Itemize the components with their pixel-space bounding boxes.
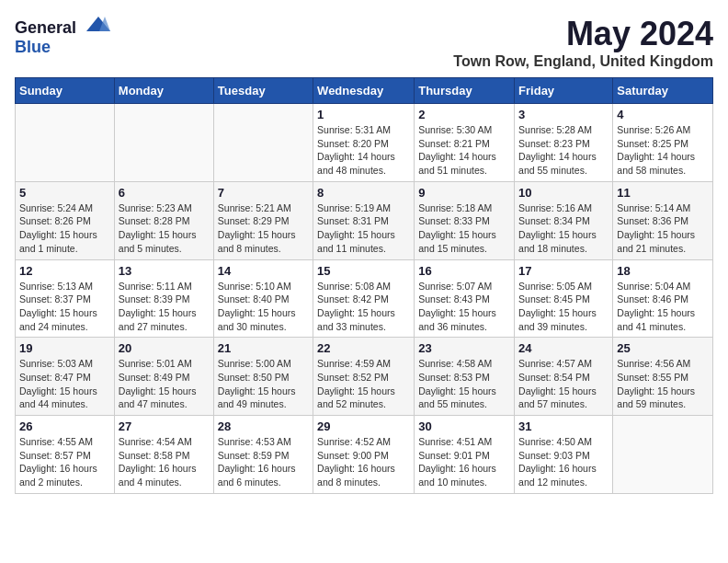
calendar-cell [613,416,713,494]
weekday-header-sunday: Sunday [16,78,115,104]
day-detail: Sunrise: 5:05 AM Sunset: 8:45 PM Dayligh… [518,280,609,334]
weekday-header-wednesday: Wednesday [313,78,415,104]
day-detail: Sunrise: 5:00 AM Sunset: 8:50 PM Dayligh… [218,357,309,411]
day-number: 26 [19,419,110,433]
day-detail: Sunrise: 5:13 AM Sunset: 8:37 PM Dayligh… [19,280,110,334]
day-detail: Sunrise: 4:54 AM Sunset: 8:58 PM Dayligh… [119,435,210,489]
day-number: 10 [518,186,609,200]
calendar-cell: 28Sunrise: 4:53 AM Sunset: 8:59 PM Dayli… [213,416,313,494]
calendar-cell: 23Sunrise: 4:58 AM Sunset: 8:53 PM Dayli… [415,338,515,416]
calendar-cell [16,104,115,182]
calendar-cell: 11Sunrise: 5:14 AM Sunset: 8:36 PM Dayli… [613,181,713,259]
day-detail: Sunrise: 5:24 AM Sunset: 8:26 PM Dayligh… [19,201,110,256]
day-detail: Sunrise: 5:08 AM Sunset: 8:42 PM Dayligh… [317,280,410,334]
day-number: 12 [19,264,110,278]
calendar-cell: 30Sunrise: 4:51 AM Sunset: 9:01 PM Dayli… [415,416,515,494]
day-detail: Sunrise: 4:53 AM Sunset: 8:59 PM Dayligh… [218,435,309,489]
day-number: 13 [119,264,210,278]
day-number: 27 [119,419,210,433]
day-number: 1 [317,108,410,121]
calendar-cell [213,104,313,182]
calendar-cell: 10Sunrise: 5:16 AM Sunset: 8:34 PM Dayli… [515,181,613,259]
day-detail: Sunrise: 5:07 AM Sunset: 8:43 PM Dayligh… [418,280,510,334]
day-detail: Sunrise: 5:31 AM Sunset: 8:20 PM Dayligh… [317,123,410,178]
calendar-cell: 1Sunrise: 5:31 AM Sunset: 8:20 PM Daylig… [313,104,415,182]
calendar-cell: 3Sunrise: 5:28 AM Sunset: 8:23 PM Daylig… [515,104,613,182]
day-number: 19 [19,341,110,355]
calendar-cell: 5Sunrise: 5:24 AM Sunset: 8:26 PM Daylig… [16,181,115,259]
day-number: 22 [317,341,410,355]
day-detail: Sunrise: 4:50 AM Sunset: 9:03 PM Dayligh… [518,435,609,489]
calendar-cell: 4Sunrise: 5:26 AM Sunset: 8:25 PM Daylig… [613,104,713,182]
day-number: 5 [19,186,110,200]
weekday-header-friday: Friday [515,78,613,104]
calendar-week-row: 19Sunrise: 5:03 AM Sunset: 8:47 PM Dayli… [16,338,713,416]
logo-blue-text: Blue [15,38,51,56]
day-number: 28 [218,419,309,433]
logo: General Blue [15,15,112,57]
calendar-table: SundayMondayTuesdayWednesdayThursdayFrid… [15,77,713,494]
logo-icon [85,15,112,33]
calendar-cell: 18Sunrise: 5:04 AM Sunset: 8:46 PM Dayli… [613,259,713,338]
day-detail: Sunrise: 5:18 AM Sunset: 8:33 PM Dayligh… [418,201,510,256]
day-detail: Sunrise: 4:59 AM Sunset: 8:52 PM Dayligh… [317,357,410,411]
day-number: 4 [617,108,709,121]
day-number: 31 [518,419,609,433]
day-detail: Sunrise: 5:11 AM Sunset: 8:39 PM Dayligh… [119,280,210,334]
day-number: 20 [119,341,210,355]
calendar-week-row: 12Sunrise: 5:13 AM Sunset: 8:37 PM Dayli… [16,259,713,338]
day-detail: Sunrise: 4:56 AM Sunset: 8:55 PM Dayligh… [617,357,709,411]
day-detail: Sunrise: 5:14 AM Sunset: 8:36 PM Dayligh… [617,201,709,256]
day-detail: Sunrise: 4:52 AM Sunset: 9:00 PM Dayligh… [317,435,410,489]
calendar-cell: 2Sunrise: 5:30 AM Sunset: 8:21 PM Daylig… [415,104,515,182]
calendar-cell: 31Sunrise: 4:50 AM Sunset: 9:03 PM Dayli… [515,416,613,494]
day-number: 11 [617,186,709,200]
calendar-cell: 9Sunrise: 5:18 AM Sunset: 8:33 PM Daylig… [415,181,515,259]
day-number: 16 [418,264,510,278]
calendar-cell: 25Sunrise: 4:56 AM Sunset: 8:55 PM Dayli… [613,338,713,416]
day-number: 23 [418,341,510,355]
calendar-cell: 15Sunrise: 5:08 AM Sunset: 8:42 PM Dayli… [313,259,415,338]
weekday-header-monday: Monday [114,78,213,104]
calendar-cell: 17Sunrise: 5:05 AM Sunset: 8:45 PM Dayli… [515,259,613,338]
calendar-cell: 14Sunrise: 5:10 AM Sunset: 8:40 PM Dayli… [213,259,313,338]
calendar-cell: 8Sunrise: 5:19 AM Sunset: 8:31 PM Daylig… [313,181,415,259]
subtitle: Town Row, England, United Kingdom [453,53,713,70]
day-detail: Sunrise: 4:58 AM Sunset: 8:53 PM Dayligh… [418,357,510,411]
title-area: May 2024 Town Row, England, United Kingd… [453,15,713,70]
day-detail: Sunrise: 5:01 AM Sunset: 8:49 PM Dayligh… [119,357,210,411]
day-detail: Sunrise: 5:16 AM Sunset: 8:34 PM Dayligh… [518,201,609,256]
day-number: 18 [617,264,709,278]
calendar-cell: 12Sunrise: 5:13 AM Sunset: 8:37 PM Dayli… [16,259,115,338]
weekday-header-row: SundayMondayTuesdayWednesdayThursdayFrid… [16,78,713,104]
day-detail: Sunrise: 4:55 AM Sunset: 8:57 PM Dayligh… [19,435,110,489]
calendar-cell: 20Sunrise: 5:01 AM Sunset: 8:49 PM Dayli… [114,338,213,416]
calendar-week-row: 5Sunrise: 5:24 AM Sunset: 8:26 PM Daylig… [16,181,713,259]
calendar-cell: 26Sunrise: 4:55 AM Sunset: 8:57 PM Dayli… [16,416,115,494]
day-number: 17 [518,264,609,278]
day-detail: Sunrise: 5:10 AM Sunset: 8:40 PM Dayligh… [218,280,309,334]
weekday-header-saturday: Saturday [613,78,713,104]
day-number: 29 [317,419,410,433]
day-number: 8 [317,186,410,200]
day-number: 6 [119,186,210,200]
main-title: May 2024 [453,15,713,53]
day-number: 7 [218,186,309,200]
day-detail: Sunrise: 5:03 AM Sunset: 8:47 PM Dayligh… [19,357,110,411]
day-detail: Sunrise: 5:28 AM Sunset: 8:23 PM Dayligh… [518,123,609,178]
calendar-cell: 27Sunrise: 4:54 AM Sunset: 8:58 PM Dayli… [114,416,213,494]
calendar-cell [114,104,213,182]
day-number: 9 [418,186,510,200]
day-number: 14 [218,264,309,278]
calendar-cell: 19Sunrise: 5:03 AM Sunset: 8:47 PM Dayli… [16,338,115,416]
header: General Blue May 2024 Town Row, England,… [15,15,713,70]
day-number: 3 [518,108,609,121]
calendar-cell: 21Sunrise: 5:00 AM Sunset: 8:50 PM Dayli… [213,338,313,416]
calendar-cell: 7Sunrise: 5:21 AM Sunset: 8:29 PM Daylig… [213,181,313,259]
calendar-cell: 6Sunrise: 5:23 AM Sunset: 8:28 PM Daylig… [114,181,213,259]
day-number: 2 [418,108,510,121]
weekday-header-thursday: Thursday [415,78,515,104]
calendar-cell: 24Sunrise: 4:57 AM Sunset: 8:54 PM Dayli… [515,338,613,416]
day-detail: Sunrise: 4:57 AM Sunset: 8:54 PM Dayligh… [518,357,609,411]
logo-general-text: General [15,18,76,37]
